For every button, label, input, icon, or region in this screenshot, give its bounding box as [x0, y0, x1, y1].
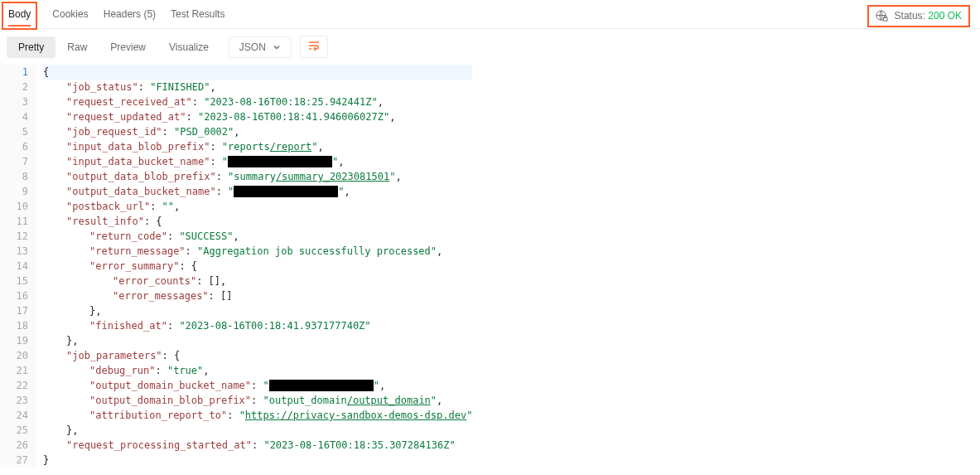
format-select[interactable]: JSON — [229, 36, 292, 58]
redacted-value — [234, 186, 338, 197]
line-number: 9 — [5, 184, 28, 199]
line-number: 27 — [5, 453, 28, 468]
line-gutter: 1234567891011121314151617181920212223242… — [0, 65, 36, 468]
globe-lock-icon — [876, 10, 888, 22]
line-number: 23 — [5, 393, 28, 408]
line-number: 2 — [5, 80, 28, 95]
tab-body[interactable]: Body — [8, 3, 31, 27]
response-toolbar: Pretty Raw Preview Visualize JSON — [0, 29, 980, 65]
highlight-body: Body — [2, 2, 37, 30]
response-tabs: Body Cookies Headers (5) Test Results — [7, 3, 224, 28]
response-header: Body Cookies Headers (5) Test Results St… — [0, 0, 980, 29]
line-number: 21 — [5, 363, 28, 378]
line-number: 1 — [5, 65, 28, 80]
code-area[interactable]: 1234567891011121314151617181920212223242… — [0, 65, 980, 468]
view-raw[interactable]: Raw — [56, 36, 99, 58]
status-label: Status: 200 OK — [895, 10, 962, 22]
line-number: 4 — [5, 109, 28, 124]
wrap-icon — [308, 41, 320, 51]
status-area: Status: 200 OK — [867, 5, 970, 27]
line-number: 26 — [5, 438, 28, 453]
line-number: 20 — [5, 348, 28, 363]
redacted-value — [269, 380, 374, 391]
line-number: 24 — [5, 408, 28, 423]
line-number: 15 — [5, 274, 28, 288]
tab-headers[interactable]: Headers (5) — [104, 3, 156, 28]
redacted-value — [228, 156, 332, 167]
line-number: 17 — [5, 303, 28, 318]
line-number: 7 — [5, 154, 28, 169]
line-number: 18 — [5, 318, 28, 333]
tab-cookies[interactable]: Cookies — [52, 3, 88, 28]
line-number: 6 — [5, 139, 28, 154]
line-number: 5 — [5, 124, 28, 139]
line-number: 3 — [5, 95, 28, 109]
line-number: 16 — [5, 288, 28, 303]
view-preview[interactable]: Preview — [99, 36, 157, 58]
view-visualize[interactable]: Visualize — [157, 36, 220, 58]
chevron-down-icon — [273, 43, 281, 51]
view-pretty[interactable]: Pretty — [7, 36, 56, 58]
tab-test-results[interactable]: Test Results — [171, 3, 224, 28]
line-number: 13 — [5, 244, 28, 259]
line-number: 11 — [5, 214, 28, 229]
line-number: 25 — [5, 423, 28, 438]
line-number: 19 — [5, 333, 28, 348]
status-code: 200 OK — [928, 10, 962, 22]
line-number: 10 — [5, 199, 28, 214]
line-number: 12 — [5, 229, 28, 244]
code-content: { "job_status": "FINISHED", "request_rec… — [36, 65, 472, 468]
line-number: 22 — [5, 378, 28, 393]
line-number: 14 — [5, 259, 28, 274]
line-number: 8 — [5, 169, 28, 184]
svg-rect-1 — [883, 17, 887, 21]
format-label: JSON — [239, 41, 266, 53]
wrap-lines-button[interactable] — [300, 36, 328, 58]
